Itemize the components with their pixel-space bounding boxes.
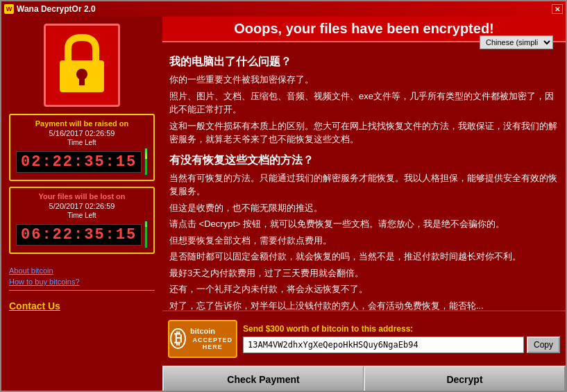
text-scroll-area[interactable]: 我的电脑出了什么问题？ 你的一些重要文件被我加密保存了。 照片、图片、文档、压缩… [162,42,566,310]
para2: 照片、图片、文档、压缩包、音频、视频文件、exe文件等，几乎所有类型的文件都被加… [169,90,559,117]
lock-container [44,24,120,107]
language-selector[interactable]: Chinese (simpli English French German Sp… [480,35,553,49]
svg-rect-2 [79,77,85,85]
para11: 对了，忘了告诉你，对半年以上没钱付款的穷人，会有活动免费恢复，能否轮... [169,299,559,311]
bitcoin-wordmark: bitcoin ACCEPTED HERE [190,327,235,350]
para4: 当然有可恢复的方法。只能通过我们的解密服务才能恢复。我以人格担保，能够提供安全有… [169,171,559,198]
payment-timer-bar [144,148,148,176]
heading2: 有没有恢复这些文档的方法？ [169,152,559,169]
copy-button[interactable]: Copy [527,336,560,353]
para7: 但想要恢复全部文档，需要付款点费用。 [169,234,559,248]
files-lost-timer-bar-fill [145,227,147,248]
buttons-row: Check Payment Decrypt [162,366,566,392]
files-lost-label: Your files will be lost on [16,192,148,201]
payment-timer-display: 02:22:35:15 [16,148,148,176]
send-label: Send $300 worth of bitcoin to this addre… [243,324,560,334]
bitcoin-row: ₿ bitcoin ACCEPTED HERE Send $300 worth … [162,312,566,366]
lock-icon [54,34,110,96]
address-row: Copy [243,336,560,353]
para3: 这和一般文件损坏有本质上的区别。您大可在网上找找恢复文件的方法，我敢保证，没有我… [169,119,559,146]
title-bar: W Wana DecryptOr 2.0 ✕ [1,1,566,17]
decrypt-button[interactable]: Decrypt [364,366,566,392]
payment-time-label: Time Left [16,139,148,146]
para9: 最好3天之内付款费用，过了三天费用就会翻倍。 [169,266,559,280]
payment-timer-label: Payment will be raised on [16,119,148,128]
window-title: Wana DecryptOr 2.0 [17,4,96,14]
payment-timer-box: Payment will be raised on 5/16/2017 02:2… [9,114,155,181]
check-payment-button[interactable]: Check Payment [162,366,364,392]
bitcoin-info: Send $300 worth of bitcoin to this addre… [243,324,560,353]
files-lost-timer-box: Your files will be lost on 5/20/2017 02:… [9,187,155,254]
app-icon: W [4,4,14,14]
para10: 还有，一个礼拜之内未付款，将会永远恢复不了。 [169,282,559,296]
title-bar-left: W Wana DecryptOr 2.0 [4,4,96,14]
para5: 但这是收费的，也不能无限期的推迟。 [169,201,559,215]
left-panel: Payment will be raised on 5/16/2017 02:2… [1,17,162,392]
contact-us-button[interactable]: Contact Us [9,300,60,312]
how-to-buy-link[interactable]: How to buy bitcoins? [9,278,155,286]
files-lost-timer-digits: 06:22:35:15 [16,224,142,246]
bitcoin-address-field[interactable] [243,336,524,353]
para6: 请点击 <Decrypt> 按钮，就可以免费恢复一些文档。请您放心，我是绝不会骗… [169,217,559,231]
para1: 你的一些重要文件被我加密保存了。 [169,73,559,87]
bottom-area: ₿ bitcoin ACCEPTED HERE Send $300 worth … [162,310,566,392]
close-button[interactable]: ✕ [552,4,563,14]
files-lost-timer-bar [144,221,148,248]
right-panel-wrapper: Ooops, your files have been encrypted! C… [162,17,566,392]
files-lost-timer-display: 06:22:35:15 [16,221,148,248]
para8: 是否随时都可以固定金额付款，就会恢复的吗，当然不是，推迟付款时间越长对你不利。 [169,250,559,264]
main-container: Payment will be raised on 5/16/2017 02:2… [1,17,566,392]
main-header: Ooops, your files have been encrypted! C… [162,17,566,42]
files-lost-date: 5/20/2017 02:26:59 [16,202,148,210]
payment-timer-bar-fill [145,159,147,175]
text-content: 我的电脑出了什么问题？ 你的一些重要文件被我加密保存了。 照片、图片、文档、压缩… [169,53,559,310]
payment-timer-date: 5/16/2017 02:26:59 [16,129,148,137]
bitcoin-logo: ₿ bitcoin ACCEPTED HERE [168,320,237,358]
payment-timer-digits: 02:22:35:15 [16,151,142,173]
header-title: Ooops, your files have been encrypted! [234,21,494,36]
about-bitcoin-link[interactable]: About bitcoin [9,266,155,275]
files-lost-time-label: Time Left [16,212,148,219]
links-area: About bitcoin How to buy bitcoins? Conta… [9,264,155,315]
heading1: 我的电脑出了什么问题？ [169,53,559,70]
bitcoin-symbol-icon: ₿ [170,328,186,349]
bitcoin-accepted-text: ACCEPTED HERE [190,336,235,350]
